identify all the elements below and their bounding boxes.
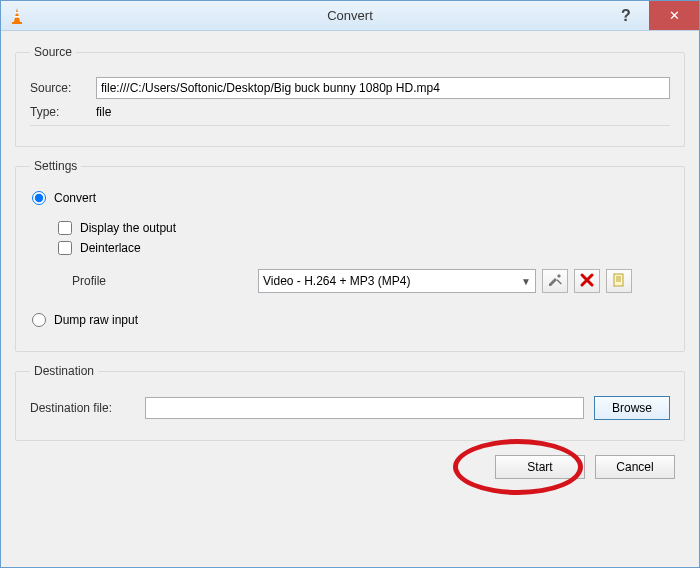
deinterlace-label: Deinterlace [80, 241, 141, 255]
delete-x-icon [579, 272, 595, 291]
window-title: Convert [1, 8, 699, 23]
titlebar: Convert ? ✕ [1, 1, 699, 31]
chevron-down-icon: ▼ [521, 276, 531, 287]
browse-button[interactable]: Browse [594, 396, 670, 420]
start-button[interactable]: Start [495, 455, 585, 479]
close-button[interactable]: ✕ [649, 1, 699, 30]
dialog-footer: Start Cancel [11, 449, 689, 491]
dump-radio[interactable] [32, 313, 46, 327]
dump-radio-label: Dump raw input [54, 313, 138, 327]
dialog-body: Source Source: Type: file Settings Conve… [1, 31, 699, 567]
type-value: file [96, 105, 111, 119]
svg-rect-1 [12, 22, 22, 24]
convert-radio-label: Convert [54, 191, 96, 205]
settings-group-label: Settings [30, 159, 81, 173]
source-group: Source Source: Type: file [15, 45, 685, 147]
profile-label: Profile [72, 274, 126, 288]
window-controls: ? ✕ [603, 1, 699, 30]
source-label: Source: [30, 81, 86, 95]
tools-icon [547, 272, 563, 291]
svg-rect-3 [15, 16, 20, 18]
browse-button-label: Browse [612, 401, 652, 415]
settings-group: Settings Convert Display the output Dein… [15, 159, 685, 352]
display-output-label: Display the output [80, 221, 176, 235]
profile-select-value: Video - H.264 + MP3 (MP4) [263, 274, 411, 288]
svg-marker-0 [14, 8, 20, 22]
new-document-icon [611, 272, 627, 291]
destination-group: Destination Destination file: Browse [15, 364, 685, 441]
divider [30, 125, 670, 126]
start-button-label: Start [527, 460, 552, 474]
svg-rect-2 [15, 12, 19, 14]
svg-rect-4 [557, 279, 562, 284]
profile-delete-button[interactable] [574, 269, 600, 293]
destination-input[interactable] [145, 397, 584, 419]
svg-rect-5 [614, 274, 623, 286]
deinterlace-checkbox[interactable] [58, 241, 72, 255]
profile-edit-button[interactable] [542, 269, 568, 293]
source-group-label: Source [30, 45, 76, 59]
profile-new-button[interactable] [606, 269, 632, 293]
source-input[interactable] [96, 77, 670, 99]
help-button[interactable]: ? [603, 1, 649, 30]
type-label: Type: [30, 105, 86, 119]
close-icon: ✕ [669, 8, 680, 23]
convert-dialog: Convert ? ✕ Source Source: Type: file Se… [0, 0, 700, 568]
display-output-checkbox[interactable] [58, 221, 72, 235]
cancel-button[interactable]: Cancel [595, 455, 675, 479]
profile-select[interactable]: Video - H.264 + MP3 (MP4) ▼ [258, 269, 536, 293]
destination-group-label: Destination [30, 364, 98, 378]
cancel-button-label: Cancel [616, 460, 653, 474]
vlc-cone-icon [7, 6, 27, 26]
destination-label: Destination file: [30, 401, 135, 415]
convert-radio[interactable] [32, 191, 46, 205]
